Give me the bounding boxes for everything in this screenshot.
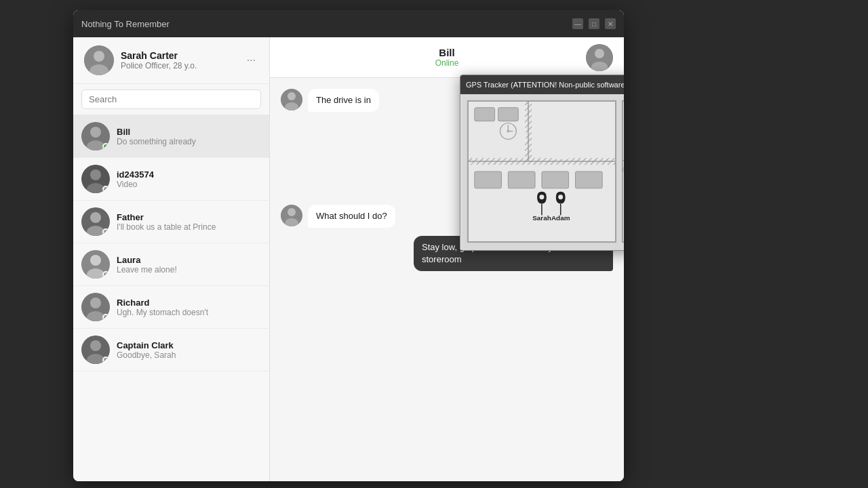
contact-details-captain-clark: Captain Clark Goodbye, Sarah <box>117 340 261 360</box>
contact-item-richard[interactable]: Richard Ugh. My stomach doesn't <box>73 286 269 329</box>
svg-rect-46 <box>475 171 502 188</box>
online-indicator-father <box>102 228 109 235</box>
contact-name-laura: Laura <box>117 255 261 265</box>
message-bubble-1: The drive is in <box>308 89 379 112</box>
maximize-button[interactable]: □ <box>589 18 599 29</box>
contact-item-father[interactable]: Father I'll book us a table at Prince <box>73 201 269 243</box>
contact-name-id243574: id243574 <box>117 169 261 180</box>
app-window: Nothing To Remember — □ ✕ Sarah Carter <box>73 10 624 481</box>
svg-point-10 <box>90 212 101 223</box>
svg-point-1 <box>94 51 104 62</box>
svg-point-77 <box>558 195 563 199</box>
title-bar: Nothing To Remember — □ ✕ <box>73 10 624 37</box>
gps-tracker-window[interactable]: GPS Tracker (ATTENTION! Non-public softw… <box>460 75 624 251</box>
online-indicator-bill <box>102 143 109 150</box>
svg-point-4 <box>90 127 101 138</box>
sidebar: Sarah Carter Police Officer, 28 y.o. ··· <box>73 37 270 481</box>
svg-point-19 <box>90 340 101 351</box>
contact-name-father: Father <box>117 212 261 222</box>
contact-item-bill[interactable]: Bill Do something already <box>73 115 269 158</box>
msg-avatar-1 <box>281 89 302 110</box>
svg-rect-49 <box>576 171 603 188</box>
app-body: Sarah Carter Police Officer, 28 y.o. ··· <box>73 37 624 481</box>
svg-text:Sarah: Sarah <box>532 214 551 222</box>
contact-details-richard: Richard Ugh. My stomach doesn't <box>117 298 261 317</box>
chat-contact-status: Online <box>308 58 586 68</box>
gps-title-bar: GPS Tracker (ATTENTION! Non-public softw… <box>460 75 624 94</box>
search-bar <box>73 84 269 115</box>
contact-item-laura[interactable]: Laura Leave me alone! <box>73 243 269 286</box>
svg-point-7 <box>90 169 101 180</box>
online-indicator-laura <box>102 271 109 278</box>
contact-preview-father: I'll book us a table at Prince <box>117 222 261 232</box>
contact-list: Bill Do something already <box>73 115 269 481</box>
svg-rect-38 <box>475 108 495 121</box>
contact-details-laura: Laura Leave me alone! <box>117 255 261 274</box>
gps-map-content: Bill Sarah Adam <box>460 94 624 250</box>
contact-preview-id243574: Video <box>117 180 261 189</box>
msg-avatar-4 <box>281 205 302 226</box>
online-indicator-richard <box>102 314 109 321</box>
svg-rect-36 <box>468 158 616 165</box>
svg-point-22 <box>595 49 604 58</box>
message-text-1: The drive is in <box>316 95 371 105</box>
contact-details-id243574: id243574 Video <box>117 169 261 189</box>
chat-area: Bill Online <box>270 37 624 481</box>
svg-rect-39 <box>498 108 519 121</box>
contact-name-richard: Richard <box>117 298 261 308</box>
profile-info: Sarah Carter Police Officer, 28 y.o. <box>121 50 237 70</box>
svg-point-28 <box>288 208 296 216</box>
message-text-4: What should I do? <box>316 211 387 221</box>
contact-preview-captain-clark: Goodbye, Sarah <box>117 350 261 360</box>
contact-avatar-father <box>81 207 110 236</box>
contact-preview-richard: Ugh. My stomach doesn't <box>117 308 261 317</box>
svg-rect-47 <box>508 171 535 188</box>
contact-avatar-laura <box>81 250 110 279</box>
window-controls: — □ ✕ <box>572 18 616 29</box>
profile-status-text: Police Officer, 28 y.o. <box>121 61 237 70</box>
gps-window-title: GPS Tracker (ATTENTION! Non-public softw… <box>466 81 624 89</box>
contact-item-id243574[interactable]: id243574 Video <box>73 158 269 201</box>
contact-preview-laura: Leave me alone! <box>117 265 261 274</box>
contact-details-father: Father I'll book us a table at Prince <box>117 212 261 232</box>
svg-point-13 <box>90 255 101 266</box>
minimize-button[interactable]: — <box>572 18 583 29</box>
floor-plan-svg: Bill Sarah Adam <box>460 94 624 250</box>
svg-text:Adam: Adam <box>551 214 570 222</box>
contact-name-bill: Bill <box>117 127 261 137</box>
contact-details-bill: Bill Do something already <box>117 127 261 146</box>
contact-avatar-id243574 <box>81 165 110 193</box>
contact-avatar-richard <box>81 293 110 321</box>
chat-header-info: Bill Online <box>308 47 586 68</box>
svg-rect-54 <box>623 158 624 165</box>
chat-header: Bill Online <box>270 37 624 78</box>
profile-header: Sarah Carter Police Officer, 28 y.o. ··· <box>73 37 269 84</box>
chat-header-avatar <box>586 44 613 71</box>
svg-rect-37 <box>525 101 532 161</box>
chat-contact-name: Bill <box>308 47 586 58</box>
contact-name-captain-clark: Captain Clark <box>117 340 261 350</box>
online-indicator-id243574 <box>102 186 109 192</box>
app-title: Nothing To Remember <box>81 19 572 29</box>
search-input[interactable] <box>81 89 261 109</box>
close-button[interactable]: ✕ <box>605 18 616 29</box>
svg-point-74 <box>539 195 544 199</box>
message-bubble-4: What should I do? <box>308 205 395 228</box>
online-indicator-captain-clark <box>102 357 109 363</box>
contact-avatar-captain-clark <box>81 336 110 364</box>
more-options-button[interactable]: ··· <box>244 52 258 69</box>
svg-rect-48 <box>542 171 569 188</box>
svg-point-25 <box>288 92 296 100</box>
profile-name: Sarah Carter <box>121 50 237 61</box>
svg-point-16 <box>90 298 101 308</box>
contact-preview-bill: Do something already <box>117 137 261 146</box>
contact-avatar-bill <box>81 122 110 150</box>
profile-avatar <box>84 45 114 75</box>
contact-item-captain-clark[interactable]: Captain Clark Goodbye, Sarah <box>73 329 269 371</box>
